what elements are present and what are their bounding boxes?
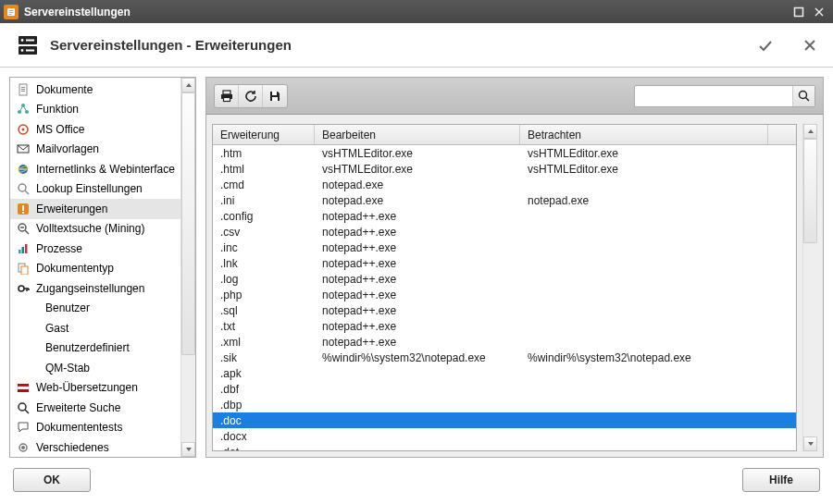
cell-edit: notepad++.exe xyxy=(315,273,520,286)
save-button[interactable] xyxy=(263,85,287,107)
table-row[interactable]: .doc xyxy=(213,412,796,428)
lookup-icon xyxy=(16,181,31,196)
sidebar-item-dokumententyp[interactable]: Dokumententyp xyxy=(10,259,180,279)
chat-icon xyxy=(16,420,31,435)
sidebar-item-gast[interactable]: Gast xyxy=(10,318,180,338)
table-row[interactable]: .csvnotepad++.exe xyxy=(213,224,796,240)
table-row[interactable]: .lognotepad++.exe xyxy=(213,271,796,287)
reload-button[interactable] xyxy=(239,85,263,107)
table-row[interactable]: .sik%windir%\system32\notepad.exe%windir… xyxy=(213,350,796,365)
nav-list-wrap: DokumenteFunktionMS OfficeMailvorlagenIn… xyxy=(9,77,196,458)
table-row[interactable]: .docx xyxy=(213,428,796,444)
svg-rect-46 xyxy=(18,384,29,387)
svg-rect-48 xyxy=(18,389,29,392)
svg-line-35 xyxy=(25,230,29,234)
sidebar-scrollbar[interactable] xyxy=(180,78,195,457)
sidebar-item-web-bersetzungen[interactable]: Web-Übersetzungen xyxy=(10,378,180,399)
table-scrollbar[interactable] xyxy=(802,124,817,451)
scroll-down-icon[interactable] xyxy=(803,436,817,451)
titlebar: Servereinstellungen xyxy=(0,0,833,23)
cell-edit: notepad++.exe xyxy=(315,226,520,239)
sidebar-item-verschiedenes[interactable]: Verschiedenes xyxy=(10,437,180,457)
sidebar-item-ms-office[interactable]: MS Office xyxy=(10,119,180,140)
svg-rect-18 xyxy=(21,91,25,92)
scroll-up-icon[interactable] xyxy=(181,78,195,92)
table-row[interactable]: .dbf xyxy=(213,381,796,397)
svg-line-23 xyxy=(23,105,27,112)
cell-ext: .ini xyxy=(213,194,315,207)
table-row[interactable]: .htmlvsHTMLEditor.exevsHTMLEditor.exe xyxy=(213,161,796,177)
table-row[interactable]: .txtnotepad++.exe xyxy=(213,318,796,334)
table-row[interactable]: .sqlnotepad++.exe xyxy=(213,302,796,318)
sidebar-item-qm-stab[interactable]: QM-Stab xyxy=(10,358,180,378)
sidebar-item-benutzer[interactable]: Benutzer xyxy=(10,299,180,319)
sidebar-item-benutzerdefiniert[interactable]: Benutzerdefiniert xyxy=(10,338,180,359)
scroll-up-icon[interactable] xyxy=(803,124,817,139)
col-extension[interactable]: Erweiterung xyxy=(213,125,315,144)
sidebar-item-erweiterte-suche[interactable]: Erweiterte Suche xyxy=(10,398,180,418)
sidebar-item-mailvorlagen[interactable]: Mailvorlagen xyxy=(10,140,180,160)
sidebar-item-label: QM-Stab xyxy=(45,362,90,375)
scroll-thumb[interactable] xyxy=(803,139,817,243)
cell-ext: .lnk xyxy=(213,257,315,270)
svg-rect-11 xyxy=(26,39,34,41)
sidebar-item-dokumententests[interactable]: Dokumententests xyxy=(10,418,180,438)
table-row[interactable]: .ininotepad.exenotepad.exe xyxy=(213,192,796,208)
scroll-track[interactable] xyxy=(181,92,195,442)
scroll-down-icon[interactable] xyxy=(181,442,195,457)
table-row[interactable]: .dbp xyxy=(213,397,796,412)
body: DokumenteFunktionMS OfficeMailvorlagenIn… xyxy=(0,68,833,463)
table-row[interactable]: .phpnotepad++.exe xyxy=(213,287,796,302)
table-row[interactable]: .htmvsHTMLEditor.exevsHTMLEditor.exe xyxy=(213,145,796,161)
search-input[interactable] xyxy=(635,90,792,103)
svg-rect-17 xyxy=(21,89,25,90)
help-button[interactable]: Hilfe xyxy=(742,468,820,492)
maximize-button[interactable] xyxy=(790,4,807,20)
cell-edit: vsHTMLEditor.exe xyxy=(315,163,520,176)
ie-icon xyxy=(16,162,31,177)
scroll-thumb[interactable] xyxy=(181,92,195,355)
cell-view: vsHTMLEditor.exe xyxy=(520,163,796,176)
cell-edit: notepad.exe xyxy=(315,178,520,191)
table-row[interactable]: .dot xyxy=(213,444,796,450)
cell-edit: notepad++.exe xyxy=(315,210,520,223)
sidebar-item-erweiterungen[interactable]: Erweiterungen xyxy=(10,199,180,219)
cell-ext: .config xyxy=(213,210,315,223)
sidebar-item-lookup-einstellungen[interactable]: Lookup Einstellungen xyxy=(10,179,180,200)
cancel-button[interactable] xyxy=(802,37,818,54)
sidebar-item-dokumente[interactable]: Dokumente xyxy=(10,80,180,100)
col-view[interactable]: Betrachten xyxy=(520,125,768,144)
sidebar-item-label: MS Office xyxy=(36,123,84,136)
cell-ext: .html xyxy=(213,163,315,176)
sidebar-item-prozesse[interactable]: Prozesse xyxy=(10,239,180,259)
office-icon xyxy=(16,122,31,137)
table-row[interactable]: .lnknotepad++.exe xyxy=(213,255,796,271)
search-button[interactable] xyxy=(792,86,814,106)
sidebar-item-label: Dokumententyp xyxy=(36,262,114,275)
sidebar-item-volltextsuche-mining-[interactable]: Volltextsuche (Mining) xyxy=(10,219,180,240)
sidebar-item-funktion[interactable]: Funktion xyxy=(10,100,180,120)
access-icon xyxy=(16,281,31,296)
svg-rect-16 xyxy=(21,87,25,88)
svg-line-61 xyxy=(806,98,810,102)
cell-ext: .sik xyxy=(213,351,315,364)
confirm-button[interactable] xyxy=(757,37,774,54)
table-row[interactable]: .confignotepad++.exe xyxy=(213,208,796,224)
table-row[interactable]: .cmdnotepad.exe xyxy=(213,177,796,192)
sidebar-item-internetlinks-webinterface[interactable]: Internetlinks & Webinterface xyxy=(10,159,180,179)
scroll-track[interactable] xyxy=(803,139,817,436)
sidebar-item-zugangseinstellungen[interactable]: Zugangseinstellungen xyxy=(10,278,180,299)
sidebar-item-label: Internetlinks & Webinterface xyxy=(36,163,175,176)
cell-edit: %windir%\system32\notepad.exe xyxy=(315,351,520,364)
nav-list: DokumenteFunktionMS OfficeMailvorlagenIn… xyxy=(10,78,180,457)
print-button[interactable] xyxy=(215,85,239,107)
table-row[interactable]: .incnotepad++.exe xyxy=(213,240,796,255)
table-row[interactable]: .xmlnotepad++.exe xyxy=(213,334,796,350)
col-edit[interactable]: Bearbeiten xyxy=(315,125,520,144)
cell-edit: notepad++.exe xyxy=(315,257,520,270)
table-row[interactable]: .apk xyxy=(213,365,796,381)
ok-button[interactable]: OK xyxy=(13,468,91,492)
cell-ext: .txt xyxy=(213,320,315,333)
table-body: .htmvsHTMLEditor.exevsHTMLEditor.exe.htm… xyxy=(213,145,796,450)
window-close-button[interactable] xyxy=(811,4,827,20)
